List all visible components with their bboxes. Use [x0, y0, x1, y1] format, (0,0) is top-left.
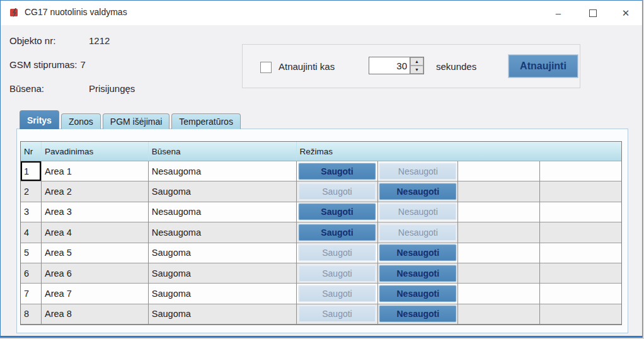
tab-pgm-isejimai[interactable]: PGM išėjimai — [103, 113, 170, 129]
gsm-strength-label: GSM stiprumas: — [9, 59, 78, 70]
area-state-cell[interactable]: Saugoma — [149, 284, 297, 304]
gsm-strength-value: 7 — [81, 59, 86, 70]
disarm-button[interactable]: Nesaugoti — [379, 183, 456, 200]
arm-button-cell: Saugoti — [297, 181, 379, 202]
auto-refresh-groupbox: Atnaujinti kas ▲ ▼ sekundes Atnaujinti — [242, 44, 580, 88]
status-label: Būsena: — [9, 83, 89, 94]
area-name-cell[interactable]: Area 1 — [42, 161, 149, 181]
minimize-button[interactable]: – — [544, 1, 573, 25]
tab-temperaturos[interactable]: Temperatūros — [171, 113, 241, 129]
header-nr[interactable]: Nr — [21, 142, 42, 161]
app-window: CG17 nuotolinis valdymas – ✕ Objekto nr:… — [0, 0, 643, 338]
empty-cell[interactable] — [458, 263, 540, 284]
header-pavadinimas[interactable]: Pavadinimas — [42, 142, 149, 161]
row-number-cell[interactable]: 4 — [21, 222, 42, 243]
disarm-button[interactable]: Nesaugoti — [379, 285, 456, 302]
area-state-cell[interactable]: Saugoma — [149, 243, 297, 263]
gsm-strength-row: GSM stiprumas: 7 — [9, 59, 135, 70]
area-name-cell[interactable]: Area 6 — [42, 263, 149, 284]
empty-cell[interactable] — [540, 161, 621, 181]
arm-button[interactable]: Saugoti — [299, 285, 376, 302]
area-name-cell[interactable]: Area 5 — [42, 243, 149, 263]
arm-button-cell: Saugoti — [297, 202, 379, 222]
disarm-button[interactable]: Nesaugoti — [379, 204, 456, 220]
row-number-cell[interactable]: 3 — [21, 202, 42, 222]
area-name-cell[interactable]: Area 4 — [42, 222, 149, 243]
arm-button[interactable]: Saugoti — [299, 204, 376, 220]
arm-button[interactable]: Saugoti — [299, 183, 376, 200]
tab-sritys[interactable]: Sritys — [20, 110, 59, 129]
area-name-cell[interactable]: Area 8 — [42, 304, 149, 325]
empty-cell[interactable] — [540, 304, 621, 325]
header-busena[interactable]: Būsena — [149, 142, 297, 161]
row-number-cell[interactable]: 5 — [21, 243, 42, 263]
empty-cell[interactable] — [540, 284, 621, 304]
empty-cell[interactable] — [540, 202, 621, 222]
arm-button[interactable]: Saugoti — [299, 306, 376, 322]
empty-cell[interactable] — [540, 222, 621, 243]
table-header-row: Nr Pavadinimas Būsena Režimas — [21, 142, 621, 161]
empty-cell[interactable] — [458, 284, 540, 304]
close-button[interactable]: ✕ — [611, 1, 640, 25]
area-name-cell[interactable]: Area 2 — [42, 181, 149, 202]
seconds-label: sekundes — [436, 61, 476, 72]
empty-cell[interactable] — [540, 263, 621, 284]
arm-button-cell: Saugoti — [297, 284, 379, 304]
object-number-value: 1212 — [89, 35, 110, 46]
table-row: 4Area 4NesaugomaSaugotiNesaugoti — [21, 222, 621, 243]
arm-button-cell: Saugoti — [297, 304, 379, 325]
arm-button-cell: Saugoti — [297, 161, 379, 181]
empty-cell[interactable] — [458, 222, 540, 243]
header-rezimas[interactable]: Režimas — [297, 142, 621, 161]
tab-strip: Sritys Zonos PGM išėjimai Temperatūros — [20, 111, 243, 129]
refresh-interval-input[interactable] — [369, 57, 410, 74]
maximize-button[interactable] — [578, 1, 607, 25]
spinner-up-button[interactable]: ▲ — [410, 57, 423, 66]
disarm-button[interactable]: Nesaugoti — [379, 224, 456, 241]
window-title: CG17 nuotolinis valdymas — [25, 7, 127, 17]
row-number-cell[interactable]: 2 — [21, 181, 42, 202]
arm-button-cell: Saugoti — [297, 243, 379, 263]
disarm-button[interactable]: Nesaugoti — [379, 265, 456, 282]
row-number-cell[interactable]: 6 — [21, 263, 42, 284]
area-state-cell[interactable]: Saugoma — [149, 181, 297, 202]
arm-button[interactable]: Saugoti — [299, 265, 376, 282]
empty-cell[interactable] — [458, 202, 540, 222]
disarm-button[interactable]: Nesaugoti — [379, 163, 456, 180]
area-state-cell[interactable]: Saugoma — [149, 263, 297, 284]
table-row: 6Area 6SaugomaSaugotiNesaugoti — [21, 263, 621, 284]
arm-button[interactable]: Saugoti — [299, 163, 376, 180]
empty-cell[interactable] — [540, 181, 621, 202]
empty-cell[interactable] — [458, 181, 540, 202]
area-state-cell[interactable]: Nesaugoma — [149, 161, 297, 181]
area-state-cell[interactable]: Nesaugoma — [149, 222, 297, 243]
table-row: 5Area 5SaugomaSaugotiNesaugoti — [21, 243, 621, 263]
disarm-button-cell: Nesaugoti — [378, 181, 458, 202]
table-row: 8Area 8SaugomaSaugotiNesaugoti — [21, 304, 621, 325]
disarm-button-cell: Nesaugoti — [378, 304, 458, 325]
area-name-cell[interactable]: Area 3 — [42, 202, 149, 222]
empty-cell[interactable] — [540, 243, 621, 263]
tab-zonos[interactable]: Zonos — [61, 113, 101, 129]
arm-button[interactable]: Saugoti — [299, 244, 376, 261]
auto-refresh-checkbox[interactable] — [260, 62, 272, 73]
refresh-now-button[interactable]: Atnaujinti — [509, 55, 578, 78]
disarm-button[interactable]: Nesaugoti — [379, 306, 456, 322]
empty-cell[interactable] — [458, 243, 540, 263]
disarm-button-cell: Nesaugoti — [378, 161, 458, 181]
table-row: 3Area 3NesaugomaSaugotiNesaugoti — [21, 202, 621, 222]
empty-cell[interactable] — [458, 161, 540, 181]
spinner-down-button[interactable]: ▼ — [410, 66, 423, 74]
tab-page-sritys: Nr Pavadinimas Būsena Režimas 1Area 1Nes… — [16, 129, 628, 333]
empty-cell[interactable] — [458, 304, 540, 325]
table-body: 1Area 1NesaugomaSaugotiNesaugoti2Area 2S… — [21, 161, 621, 325]
row-number-cell[interactable]: 7 — [21, 284, 42, 304]
area-state-cell[interactable]: Nesaugoma — [149, 202, 297, 222]
area-state-cell[interactable]: Saugoma — [149, 304, 297, 325]
area-name-cell[interactable]: Area 7 — [42, 284, 149, 304]
disarm-button-cell: Nesaugoti — [378, 284, 458, 304]
row-number-cell[interactable]: 8 — [21, 304, 42, 325]
disarm-button[interactable]: Nesaugoti — [379, 244, 456, 261]
arm-button[interactable]: Saugoti — [299, 224, 376, 241]
row-number-cell[interactable]: 1 — [21, 161, 42, 181]
